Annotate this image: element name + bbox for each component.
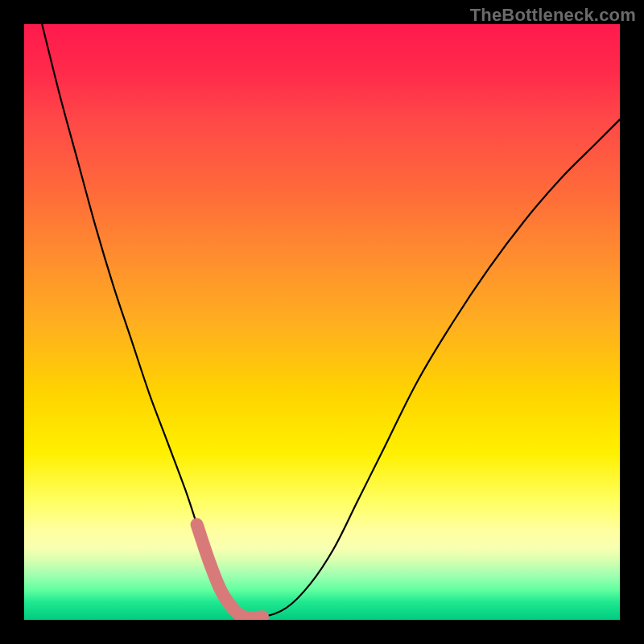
optimal-zone-marker [197,525,262,618]
plot-area [24,24,620,620]
curve-svg [24,24,620,620]
watermark-text: TheBottleneck.com [470,5,636,26]
bottleneck-curve [42,24,620,618]
chart-frame: TheBottleneck.com [0,0,644,644]
